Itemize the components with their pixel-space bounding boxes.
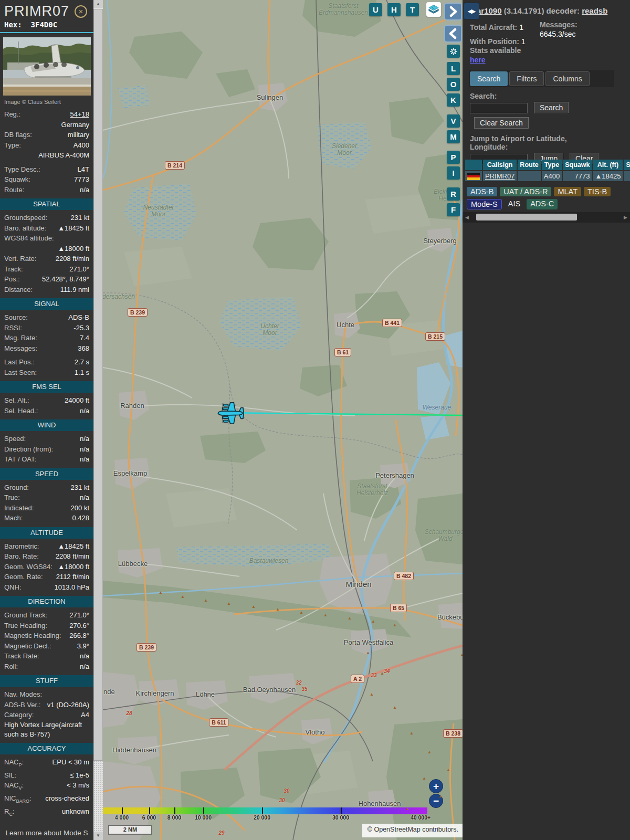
detail-row: RC:unknown: [0, 806, 93, 820]
tab-filters[interactable]: Filters: [509, 71, 544, 86]
detail-label: Squawk:: [4, 174, 30, 185]
detail-value: n/a: [41, 651, 89, 662]
filter-tis-b[interactable]: TIS-B: [584, 187, 611, 196]
map-button-t[interactable]: T: [406, 3, 419, 16]
detail-row: ▲18000 ft: [0, 244, 93, 254]
detail-row: Baro. Rate:2208 ft/min: [0, 551, 93, 562]
filter-ads-c[interactable]: ADS-C: [527, 199, 558, 209]
column-header-callsign[interactable]: Callsign: [483, 160, 517, 170]
scroll-up-icon[interactable]: ▲: [93, 0, 103, 8]
detail-label: Barometric:: [4, 541, 39, 552]
map-button-r[interactable]: R: [447, 187, 460, 201]
map-button-i[interactable]: I: [447, 166, 460, 180]
map-button-u[interactable]: U: [369, 3, 382, 16]
zoom-in-button[interactable]: +: [429, 779, 443, 793]
map-button-m[interactable]: M: [447, 130, 460, 143]
legend-tick-label: 6 000: [142, 814, 156, 821]
detail-label: Distance:: [4, 285, 33, 295]
image-credit: Image © Claus Seifert: [0, 98, 93, 109]
close-icon[interactable]: ×: [75, 5, 87, 18]
legend-tick-label: 20 000: [254, 814, 270, 821]
detail-label: Magnetic Decl.:: [4, 641, 51, 652]
detail-value: n/a: [22, 492, 89, 503]
filter-ads-b[interactable]: ADS-B: [467, 187, 497, 196]
legend-tick: [341, 807, 342, 814]
aircraft-details-panel: PRIMR07 × Hex: 3F4D0C Image © Claus Seif…: [0, 0, 93, 840]
detail-label: ADS-B Ver.:: [4, 700, 40, 710]
detail-row: NACV:< 3 m/s: [0, 780, 93, 793]
hscrollbar-thumb[interactable]: [476, 214, 577, 220]
sidebar-toggle-icon[interactable]: ◀▶: [464, 3, 479, 19]
map-button-v[interactable]: V: [447, 114, 460, 128]
detail-row: Sel. Alt.:24000 ft: [0, 395, 93, 406]
flag-cell: [465, 171, 482, 181]
legend-tick: [174, 807, 175, 814]
detail-label: Direction (from):: [4, 444, 53, 455]
detail-label: Sel. Head.:: [4, 406, 38, 416]
chevron-right-icon: [447, 5, 459, 18]
map-button-l[interactable]: L: [447, 62, 460, 75]
layers-button[interactable]: [426, 2, 441, 17]
detail-row: Geom. WGS84:▲18000 ft: [0, 562, 93, 572]
detail-label: Speed:: [4, 434, 26, 444]
tab-columns[interactable]: Columns: [545, 71, 589, 86]
scroll-left-icon[interactable]: ◀: [465, 215, 469, 220]
column-header-type[interactable]: Type: [542, 160, 562, 170]
column-header-route[interactable]: Route: [518, 160, 540, 170]
filter-mode-s[interactable]: Mode-S: [467, 199, 502, 209]
detail-value: ▲18425 ft: [41, 541, 89, 552]
detail-label: Ground:: [4, 482, 29, 493]
search-button[interactable]: Search: [534, 102, 569, 113]
filter-mlat[interactable]: MLAT: [554, 187, 581, 196]
map-button-k[interactable]: K: [447, 93, 460, 107]
hex-label: Hex:: [4, 20, 22, 29]
column-header-flag[interactable]: [465, 160, 482, 170]
aircraft-row[interactable]: PRIMR07A4007773▲18425: [465, 171, 630, 181]
callsign-link[interactable]: PRIMR07: [485, 172, 514, 180]
column-header-alt-ft-[interactable]: Alt. (ft): [593, 160, 623, 170]
detail-row: Direction (from):n/a: [0, 444, 93, 455]
scroll-down-icon[interactable]: ▼: [93, 832, 103, 840]
table-horizontal-scrollbar[interactable]: ◀ ▶: [463, 212, 630, 223]
map-attribution: © OpenStreetMap contributors.: [362, 824, 463, 837]
filter-uat-ads-r[interactable]: UAT / ADS-R: [500, 187, 551, 196]
detail-label: Route:: [4, 185, 24, 195]
search-input[interactable]: [470, 103, 528, 113]
scrollbar-thumb[interactable]: [93, 9, 103, 761]
detail-row: Track Rate:n/a: [0, 651, 93, 662]
registration-link[interactable]: 54+18: [23, 109, 89, 120]
map-button-f[interactable]: F: [447, 203, 460, 216]
stats-here-link[interactable]: here: [470, 56, 486, 65]
column-header-squawk[interactable]: Squawk: [563, 160, 592, 170]
map-button-o[interactable]: O: [447, 78, 460, 91]
column-header-speed[interactable]: Speed: [624, 160, 630, 170]
scroll-right-icon[interactable]: ▶: [624, 215, 627, 220]
detail-label: Indicated:: [4, 503, 34, 513]
readsb-link[interactable]: readsb: [582, 6, 607, 15]
clear-search-button[interactable]: Clear Search: [474, 117, 529, 129]
zoom-out-button[interactable]: −: [429, 794, 443, 808]
detail-value: Germany: [6, 120, 89, 130]
messages-label: Messages:: [540, 20, 578, 29]
map[interactable]: + − 2 NM © OpenStreetMap contributors. S…: [103, 0, 463, 840]
detail-row: SIL:≤ 1e-5: [0, 770, 93, 781]
panel-expand-button[interactable]: [444, 3, 462, 20]
detail-row: NACP:EPU < 30 m: [0, 757, 93, 770]
detail-label: Type Desc.:: [4, 164, 40, 175]
map-button-h[interactable]: H: [387, 3, 401, 16]
detail-value: 7.4: [39, 333, 89, 343]
sidebar-scrollbar[interactable]: ▲ ▼: [93, 0, 103, 840]
search-section: Search: Search Clear Search Jump to Airp…: [470, 92, 623, 164]
detail-row: TAT / OAT:n/a: [0, 454, 93, 465]
detail-value: 200 kt: [36, 503, 89, 513]
detail-label: Last Pos.:: [4, 357, 35, 368]
section-header-stuff: STUFF: [0, 675, 93, 687]
settings-button[interactable]: [447, 45, 460, 58]
speed-cell: [624, 171, 630, 181]
filter-ais[interactable]: AIS: [505, 199, 524, 209]
panel-collapse-button[interactable]: [444, 25, 462, 43]
detail-label: Mach:: [4, 513, 23, 523]
detail-row: Baro. altitude:▲18425 ft: [0, 223, 93, 234]
tab-search[interactable]: Search: [470, 71, 508, 86]
map-button-p[interactable]: P: [447, 151, 460, 164]
